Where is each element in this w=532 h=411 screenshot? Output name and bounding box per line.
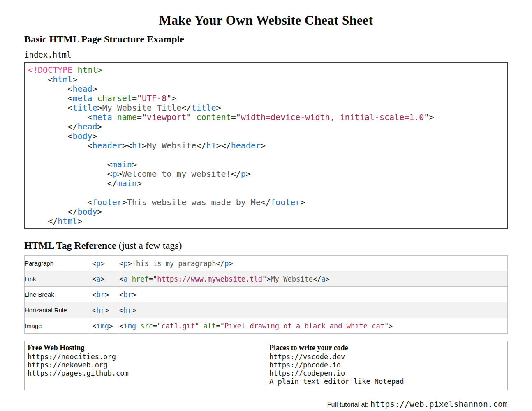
table-row: Paragraph<p><p>This is my paragraph</p> bbox=[25, 256, 508, 271]
tag-example-cell: <img src="cat1.gif" alt="Pixel drawing o… bbox=[119, 318, 508, 334]
section-heading-structure: Basic HTML Page Structure Example bbox=[24, 33, 508, 45]
code-line bbox=[28, 188, 504, 198]
table-row: Line Break<br><br> bbox=[25, 287, 508, 302]
code-line: <html> bbox=[28, 75, 504, 84]
editors-title: Places to write your code bbox=[269, 343, 504, 353]
cheat-sheet-page: Make Your Own Website Cheat Sheet Basic … bbox=[0, 12, 532, 411]
resource-item: https://phcode.io bbox=[269, 361, 504, 369]
code-line: </body> bbox=[28, 207, 504, 217]
code-line: </main> bbox=[28, 179, 504, 188]
code-line: <main> bbox=[28, 160, 504, 169]
section-heading-reference: HTML Tag Reference (just a few tags) bbox=[24, 240, 508, 251]
resources-panel: Free Web Hosting https://neocities.orght… bbox=[24, 341, 508, 390]
footer-note: Full tutorial at: https://web.pixelshann… bbox=[24, 399, 508, 409]
tag-reference-table: Paragraph<p><p>This is my paragraph</p>L… bbox=[24, 255, 508, 334]
resource-item: https://neocities.org bbox=[28, 353, 263, 361]
code-line: <p>Welcome to my website!</p> bbox=[28, 169, 504, 179]
tag-cell: <br> bbox=[92, 287, 119, 302]
code-block: <!DOCTYPE html> <html> <head> <meta char… bbox=[24, 62, 508, 229]
table-row: Link<a><a href="https://www.mywebsite.tl… bbox=[25, 271, 508, 287]
footer-url: https://web.pixelshannon.com bbox=[370, 399, 508, 409]
code-line: </html> bbox=[28, 217, 504, 226]
resource-item: https://nekoweb.org bbox=[28, 361, 263, 369]
editors-list: https://vscode.devhttps://phcode.iohttps… bbox=[269, 353, 504, 386]
tag-name-cell: Image bbox=[25, 318, 92, 334]
code-line: <body> bbox=[28, 132, 504, 141]
hosting-box: Free Web Hosting https://neocities.orght… bbox=[25, 341, 266, 390]
code-lines: <!DOCTYPE html> <html> <head> <meta char… bbox=[28, 65, 504, 226]
section-heading-reference-bold: HTML Tag Reference bbox=[24, 240, 116, 251]
resource-item: https://vscode.dev bbox=[269, 353, 504, 361]
table-row: Horizantal Rule<hr><hr> bbox=[25, 302, 508, 318]
resource-item: A plain text editor like Notepad bbox=[269, 377, 504, 386]
code-line: </head> bbox=[28, 122, 504, 132]
code-line: <meta name="viewport" content="width=dev… bbox=[28, 113, 504, 122]
tag-example-cell: <br> bbox=[119, 287, 508, 302]
hosting-title: Free Web Hosting bbox=[28, 343, 263, 353]
code-line bbox=[28, 150, 504, 160]
page-title: Make Your Own Website Cheat Sheet bbox=[24, 12, 508, 28]
code-line: <footer>This website was made by Me</foo… bbox=[28, 198, 504, 207]
code-line: <header><h1>My Website</h1></header> bbox=[28, 141, 504, 150]
code-line: <title>My Website Title</title> bbox=[28, 103, 504, 113]
section-heading-reference-note: (just a few tags) bbox=[116, 240, 182, 251]
table-row: Image<img><img src="cat1.gif" alt="Pixel… bbox=[25, 318, 508, 334]
tag-name-cell: Horizantal Rule bbox=[25, 302, 92, 318]
hosting-list: https://neocities.orghttps://nekoweb.org… bbox=[28, 353, 263, 377]
tag-cell: <img> bbox=[92, 318, 119, 334]
code-line: <head> bbox=[28, 84, 504, 94]
tag-name-cell: Line Break bbox=[25, 287, 92, 302]
footer-label: Full tutorial at: bbox=[327, 401, 370, 408]
resource-item: https://codepen.io bbox=[269, 369, 504, 377]
tag-example-cell: <a href="https://www.mywebsite.tld">My W… bbox=[119, 271, 508, 287]
code-line: <!DOCTYPE html> bbox=[28, 65, 504, 75]
tag-name-cell: Link bbox=[25, 271, 92, 287]
resource-item: https://pages.github.com bbox=[28, 369, 263, 377]
tag-example-cell: <hr> bbox=[119, 302, 508, 318]
editors-box: Places to write your code https://vscode… bbox=[266, 341, 507, 390]
tag-example-cell: <p>This is my paragraph</p> bbox=[119, 256, 508, 271]
code-line: <meta charset="UTF-8"> bbox=[28, 94, 504, 103]
tag-cell: <hr> bbox=[92, 302, 119, 318]
tag-cell: <p> bbox=[92, 256, 119, 271]
filename-label: index.html bbox=[24, 50, 508, 59]
tag-name-cell: Paragraph bbox=[25, 256, 92, 271]
tag-cell: <a> bbox=[92, 271, 119, 287]
